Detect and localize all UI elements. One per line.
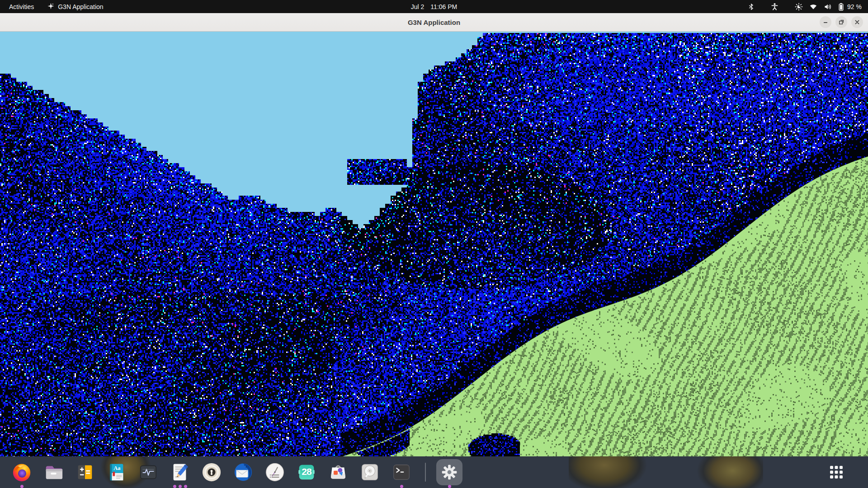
dock-1password[interactable] <box>201 461 222 483</box>
calendar-day-label: 28 <box>302 466 311 477</box>
activities-button[interactable]: Activities <box>0 0 42 13</box>
3d-terrain-viewport[interactable] <box>0 32 868 456</box>
accessibility-icon <box>771 3 778 10</box>
battery-percent: 92 % <box>847 3 862 10</box>
window-title: G3N Application <box>0 19 868 26</box>
clock-date: Jul 2 <box>411 3 425 10</box>
minimize-button[interactable] <box>820 16 831 28</box>
dock-files[interactable] <box>42 461 64 483</box>
dock-settings[interactable] <box>439 461 460 483</box>
restore-button[interactable] <box>835 16 847 28</box>
dock-text-editor[interactable] <box>169 461 191 483</box>
dock-dictionary[interactable]: Aa <box>106 461 127 483</box>
dock-terminal[interactable] <box>391 461 412 483</box>
volume-icon <box>824 3 832 10</box>
top-bar: Activities G3N Application Jul 2 11:06 P… <box>0 0 868 13</box>
night-light-icon <box>795 3 803 11</box>
clock-time: 11:06 PM <box>430 3 457 10</box>
bluetooth-icon <box>748 3 755 10</box>
dock-clocks[interactable] <box>264 461 286 483</box>
focused-app-label: G3N Application <box>58 3 103 10</box>
g3n-app-icon <box>47 3 54 11</box>
wifi-icon <box>809 3 817 10</box>
svg-text:Aa: Aa <box>113 465 121 471</box>
dock-calendar[interactable]: 28 <box>296 461 317 483</box>
system-status-area[interactable]: 92 % <box>741 3 868 11</box>
dock-thunderbird[interactable] <box>232 461 254 483</box>
dock-app-grid[interactable] <box>826 461 847 483</box>
clock-menu[interactable]: Jul 2 11:06 PM <box>411 3 457 10</box>
dock: Aa <box>0 456 868 488</box>
close-button[interactable] <box>851 16 863 28</box>
dock-firefox[interactable] <box>11 461 33 483</box>
window-titlebar[interactable]: G3N Application <box>0 13 868 32</box>
dock-calculator[interactable] <box>74 461 96 483</box>
dock-separator <box>425 463 426 482</box>
battery-icon <box>838 3 844 11</box>
dock-system-monitor[interactable] <box>137 461 159 483</box>
focused-app-menu[interactable]: G3N Application <box>42 0 108 13</box>
dock-software[interactable] <box>327 461 349 483</box>
dock-disk-usage[interactable] <box>359 461 381 483</box>
